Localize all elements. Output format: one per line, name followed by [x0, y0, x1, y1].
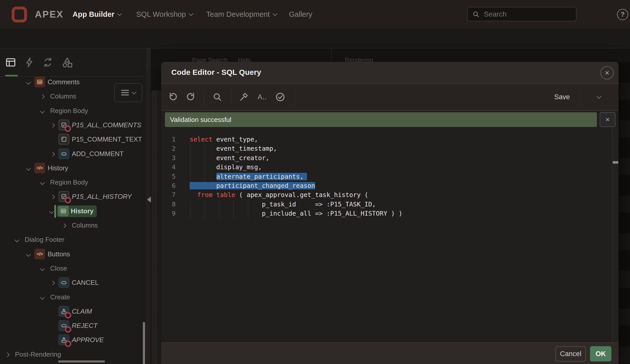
chevron-right-icon[interactable] [51, 195, 54, 200]
chevron-down-icon[interactable] [50, 209, 53, 214]
code-line-6[interactable]: 6 participant_changed_reason [161, 181, 619, 191]
editor-settings-button[interactable] [584, 91, 601, 103]
validation-banner-row: Validation successful × [161, 111, 619, 129]
tree-item-add-comment[interactable]: ADD_COMMENT [0, 147, 146, 161]
tree-item-create[interactable]: Create [0, 290, 146, 304]
chevron-down-icon[interactable] [41, 267, 44, 271]
code-line-8[interactable]: 8 p_task_id => :P15_TASK_ID, [161, 200, 619, 209]
cancel-button[interactable]: Cancel [555, 346, 586, 361]
chevron-down-icon[interactable] [27, 80, 30, 85]
search-icon [212, 92, 222, 102]
line-number: 5 [161, 172, 176, 181]
tree-item-dialog-footer[interactable]: Dialog Footer [0, 232, 146, 247]
code-line-4[interactable]: 4 display_msg, [161, 163, 619, 172]
chevron-down-icon[interactable] [15, 238, 19, 243]
sql-code-editor[interactable]: 1select event_type,2 event_timestamp,3 e… [161, 129, 619, 342]
tree-item-columns[interactable]: Columns [0, 218, 146, 232]
header-search[interactable] [467, 7, 577, 21]
code-line-9[interactable]: 9 p_include_all => :P15_ALL_HISTORY ) ) [161, 209, 619, 218]
dialog-close-button[interactable]: × [600, 66, 614, 79]
code-icon: </> [34, 163, 45, 173]
textarea-icon [59, 134, 69, 145]
chevron-down-icon[interactable] [27, 166, 30, 171]
tree-vertical-scrollbar[interactable] [143, 322, 145, 364]
tree-item-label: Comments [48, 78, 80, 86]
editor-redo-button[interactable] [185, 91, 198, 103]
shapes-icon [61, 56, 73, 68]
nav-item-gallery[interactable]: Gallery [289, 0, 312, 29]
editor-find-button[interactable] [211, 91, 224, 103]
modified-badge [65, 125, 71, 132]
tree-item-buttons[interactable]: </>Buttons [0, 247, 146, 261]
banner-dismiss-button[interactable]: × [600, 112, 615, 127]
tree-item-close[interactable]: Close [0, 261, 146, 275]
code-line-text: display_msg, [190, 163, 262, 172]
tree-horizontal-scrollbar[interactable] [58, 360, 105, 362]
collapse-panel-icon[interactable] [147, 197, 151, 203]
code-line-5[interactable]: 5 alternate_participants, [161, 172, 619, 181]
editor-case-button[interactable]: A‥ [256, 91, 269, 103]
nav-item-label: Team Development [206, 10, 270, 19]
tree-item-p15-comment-text[interactable]: P15_COMMENT_TEXT [0, 132, 146, 146]
chevron-right-icon[interactable] [51, 281, 54, 286]
code-line-7[interactable]: 7 from table ( apex_approval.get_task_hi… [161, 190, 619, 200]
panel-divider [331, 48, 332, 62]
chevron-right-icon[interactable] [41, 95, 44, 99]
tab-rendering[interactable] [4, 56, 17, 69]
oracle-logo-icon [12, 7, 27, 22]
tree-item-reject[interactable]: REJECT [0, 318, 146, 333]
chevron-down-icon[interactable] [27, 253, 30, 257]
nav-item-app-builder[interactable]: App Builder [73, 0, 121, 29]
admin-user-button[interactable] [590, 0, 602, 29]
editor-autocomplete-button[interactable] [237, 91, 250, 103]
ok-button[interactable]: OK [590, 346, 611, 361]
tree-item-claim[interactable]: CLAIM [0, 304, 146, 318]
tree-item-label: Dialog Footer [25, 236, 64, 244]
tree-item-approve[interactable]: APPROVE [0, 333, 146, 347]
nav-item-sql-workshop[interactable]: SQL Workshop [136, 0, 193, 29]
help-button[interactable]: ? [617, 0, 629, 29]
tree-item-region-body[interactable]: Region Body [0, 104, 146, 118]
tab-page-shared-components[interactable] [61, 56, 73, 69]
chevron-right-icon[interactable] [51, 123, 54, 128]
code-line-3[interactable]: 3 event_creator, [161, 153, 619, 163]
chevron-down-icon[interactable] [41, 181, 44, 185]
chevron-right-icon[interactable] [6, 353, 9, 357]
editor-undo-button[interactable] [166, 91, 179, 103]
save-button[interactable]: Save [548, 91, 576, 103]
panel-dotted-border [156, 90, 156, 364]
tree-context-menu-button[interactable] [114, 83, 142, 102]
line-number: 1 [161, 135, 176, 144]
chevron-right-icon[interactable] [51, 152, 54, 157]
line-number: 8 [161, 200, 176, 209]
tree-item-history[interactable]: </>History [0, 161, 146, 175]
panel-splitter[interactable] [146, 48, 151, 364]
tree-item-p15-all-comments[interactable]: P15_ALL_COMMENTS [0, 118, 146, 132]
editor-validate-button[interactable] [274, 91, 287, 103]
tree-item-label: REJECT [72, 322, 97, 330]
nav-item-team-development[interactable]: Team Development [206, 0, 277, 29]
chevron-right-icon[interactable] [62, 224, 66, 228]
layout-icon [5, 57, 17, 68]
table-icon [34, 77, 45, 87]
code-line-text: select event_type, [190, 135, 258, 144]
app-header: APEX App BuilderSQL WorkshopTeam Develop… [0, 0, 630, 29]
hot-button-icon [59, 306, 69, 317]
search-input[interactable] [483, 10, 566, 19]
toolbar-divider [204, 89, 204, 105]
line-number: 4 [161, 163, 176, 172]
tree-item-post-rendering[interactable]: Post-Rendering [0, 347, 146, 361]
tree-item-p15-all-history[interactable]: P15_ALL_HISTORY [0, 189, 146, 204]
tab-dynamic-actions[interactable] [23, 56, 36, 69]
selected-node-accent [54, 205, 56, 218]
chevron-down-icon[interactable] [41, 296, 44, 300]
tree-item-cancel[interactable]: CANCEL [0, 275, 146, 290]
code-line-1[interactable]: 1select event_type, [161, 135, 619, 144]
tab-processing[interactable] [41, 56, 54, 69]
tree-item-region-body[interactable]: Region Body [0, 175, 146, 189]
chevron-down-icon[interactable] [41, 109, 44, 114]
code-line-2[interactable]: 2 event_timestamp, [161, 144, 619, 153]
tree-item-history[interactable]: History [0, 204, 146, 218]
validation-message: Validation successful [170, 116, 231, 124]
tree-item-label: Columns [72, 221, 98, 229]
